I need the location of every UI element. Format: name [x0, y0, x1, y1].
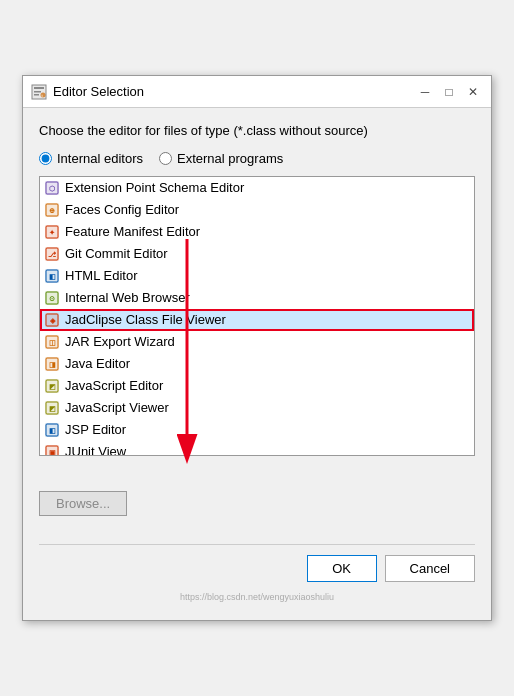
editor-icon: ⊕	[44, 202, 60, 218]
editor-icon: ◧	[44, 422, 60, 438]
editor-icon: ✦	[44, 224, 60, 240]
editor-icon: ⎇	[44, 246, 60, 262]
svg-text:⎇: ⎇	[48, 251, 56, 258]
annotation-arrow	[97, 219, 277, 499]
svg-text:◨: ◨	[49, 361, 56, 368]
svg-text:⊙: ⊙	[49, 295, 55, 302]
list-item[interactable]: ⬡ Extension Point Schema Editor	[40, 177, 474, 199]
action-buttons-row: OK Cancel	[39, 544, 475, 582]
minimize-button[interactable]: ─	[415, 82, 435, 102]
svg-text:◫: ◫	[49, 339, 56, 346]
editor-type-radio-group: Internal editors External programs	[39, 151, 475, 166]
editor-label: Faces Config Editor	[65, 202, 179, 217]
editor-icon: ⊙	[44, 290, 60, 306]
browse-row: Browse...	[39, 474, 475, 534]
svg-text:◈: ◈	[49, 317, 56, 324]
editor-icon: ▣	[44, 444, 60, 456]
editor-icon: ◫	[44, 334, 60, 350]
arrow-annotation-area	[127, 474, 475, 534]
svg-text:◧: ◧	[49, 427, 56, 434]
cancel-button[interactable]: Cancel	[385, 555, 475, 582]
window-controls: ─ □ ✕	[415, 82, 483, 102]
svg-rect-3	[34, 94, 39, 96]
dialog-footer: Browse... OK Cancel https://blog.csdn.ne…	[23, 466, 491, 620]
svg-text:i: i	[42, 93, 43, 98]
close-button[interactable]: ✕	[463, 82, 483, 102]
internal-editors-label: Internal editors	[57, 151, 143, 166]
editor-label: Extension Point Schema Editor	[65, 180, 244, 195]
description-text: Choose the editor for files of type (*.c…	[39, 122, 475, 140]
internal-editors-radio[interactable]: Internal editors	[39, 151, 143, 166]
editor-selection-dialog: i Editor Selection ─ □ ✕ Choose the edit…	[22, 75, 492, 620]
list-item[interactable]: ⊕ Faces Config Editor	[40, 199, 474, 221]
editor-icon: ◈	[44, 312, 60, 328]
editor-icon: ◧	[44, 268, 60, 284]
external-programs-radio[interactable]: External programs	[159, 151, 283, 166]
svg-text:⊕: ⊕	[49, 207, 55, 214]
watermark-text: https://blog.csdn.net/wengyuxiaoshuliu	[39, 592, 475, 606]
external-radio-input[interactable]	[159, 152, 172, 165]
svg-rect-2	[34, 91, 41, 93]
editor-icon: ◩	[44, 378, 60, 394]
editor-icon: ◩	[44, 400, 60, 416]
svg-text:◧: ◧	[49, 273, 56, 280]
internal-radio-input[interactable]	[39, 152, 52, 165]
dialog-title: Editor Selection	[53, 84, 415, 99]
editor-icon: ◨	[44, 356, 60, 372]
svg-text:✦: ✦	[49, 229, 55, 236]
svg-text:▣: ▣	[49, 449, 56, 456]
svg-text:◩: ◩	[49, 383, 56, 390]
title-bar: i Editor Selection ─ □ ✕	[23, 76, 491, 108]
external-programs-label: External programs	[177, 151, 283, 166]
svg-rect-1	[34, 87, 44, 89]
maximize-button[interactable]: □	[439, 82, 459, 102]
editor-icon: ⬡	[44, 180, 60, 196]
ok-button[interactable]: OK	[307, 555, 377, 582]
dialog-icon: i	[31, 84, 47, 100]
svg-text:◩: ◩	[49, 405, 56, 412]
svg-text:⬡: ⬡	[49, 185, 55, 192]
